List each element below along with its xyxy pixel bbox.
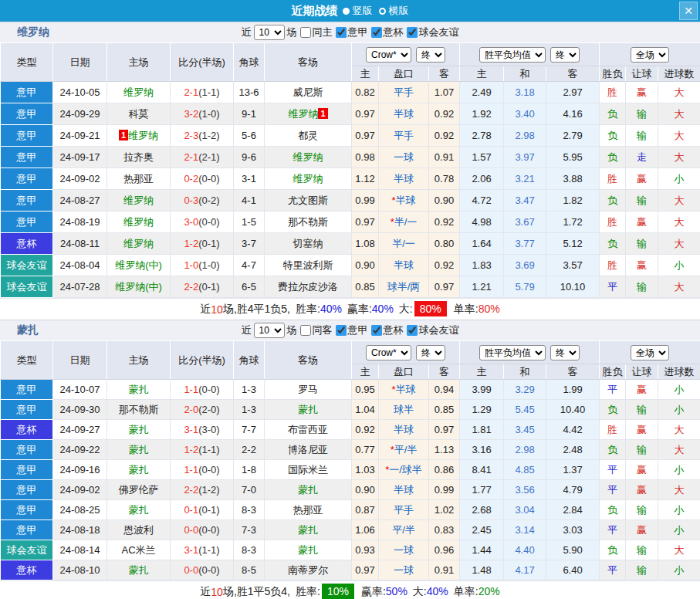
team-label: 那不勒斯 [288, 216, 328, 228]
col-header-1: 日期 [53, 43, 107, 82]
avg-draw: 3.56 [504, 480, 546, 500]
corner-cell: 1-3 [234, 380, 265, 400]
avg-draw: 3.97 [504, 147, 546, 168]
home-team: 维罗纳(中) [107, 276, 171, 298]
date-cell: 24-09-16 [53, 460, 107, 480]
dropdown-wrap: 全场 [600, 345, 700, 360]
scope-select[interactable]: 全场 [631, 345, 669, 360]
filter-bar: 近10场同客意甲意杯球会友谊 [242, 323, 459, 338]
handicap-label: 半/一 [394, 216, 418, 228]
same-venue-option[interactable]: 同客 [299, 323, 333, 337]
team-label: AC米兰 [121, 544, 155, 556]
dropdown-group-0: Crow*终 [352, 341, 460, 364]
result-wdl: 胜 [600, 212, 626, 233]
avg-draw: 3.29 [504, 380, 546, 400]
competition-label: 球会友谊 [419, 323, 459, 337]
avg-select[interactable]: 胜平负均值 [479, 47, 546, 63]
competition-label: 球会友谊 [419, 25, 459, 39]
handicap-cell: *平/半 [379, 440, 429, 460]
result-handicap: 输 [626, 233, 658, 255]
competition-option-2[interactable]: 球会友谊 [406, 25, 459, 39]
type-cell: 意甲 [1, 82, 53, 103]
halftime-score: (2-0) [198, 404, 219, 415]
results-table: 类型日期主场比分(半场)角球客场Crow*终胜平负均值终全场主盘口客主和客胜负让… [0, 340, 700, 580]
date-cell: 24-08-25 [53, 500, 107, 520]
score-cell: 3-1(1-1) [171, 540, 234, 560]
result-handicap: 输 [626, 276, 658, 298]
competition-option-0[interactable]: 意甲 [335, 323, 368, 337]
halftime-score: (0-0) [198, 464, 219, 475]
avg-draw: 2.98 [504, 125, 546, 147]
competition-checkbox-1[interactable] [371, 325, 382, 336]
competition-label: 意杯 [384, 323, 404, 337]
handicap-cell: 一球 [379, 147, 429, 168]
away-team: 维罗纳 [265, 147, 352, 168]
same-venue-checkbox[interactable] [300, 27, 311, 38]
away-odds: 0.83 [429, 520, 460, 540]
result-wdl: 负 [600, 233, 626, 255]
stat-value: 40% [372, 303, 394, 315]
avg-away: 4.79 [546, 480, 600, 500]
radio-horizontal-label[interactable]: 横版 [389, 4, 409, 18]
handicap-label: 一/球半 [389, 464, 422, 475]
competition-checkbox-0[interactable] [336, 325, 347, 336]
period-select-1[interactable]: 终 [416, 47, 445, 63]
corner-cell: 2-2 [234, 440, 265, 460]
date-cell: 24-08-04 [53, 255, 107, 276]
avg-away: 3.88 [546, 168, 600, 190]
period-select-2[interactable]: 终 [550, 345, 580, 360]
score-cell: 2-2(0-1) [171, 276, 234, 298]
result-wdl: 胜 [600, 168, 626, 190]
header-row-1: 类型日期主场比分(半场)角球客场Crow*终胜平负均值终全场 [1, 341, 700, 364]
score-cell: 1-2(0-1) [171, 233, 234, 255]
competition-option-1[interactable]: 意杯 [370, 25, 404, 39]
col-header-5: 客场 [265, 341, 352, 380]
avg-select[interactable]: 胜平负均值 [479, 345, 546, 360]
result-goals: 大 [658, 276, 700, 298]
period-select-1[interactable]: 终 [416, 345, 445, 360]
result-wdl: 平 [600, 276, 626, 298]
team-section-header: 维罗纳近10场同主意甲意杯球会友谊 [0, 22, 700, 42]
col-header-2: 主场 [107, 43, 171, 82]
competition-option-2[interactable]: 球会友谊 [406, 323, 459, 337]
bookmaker-select[interactable]: Crow* [366, 47, 411, 63]
team-label: 维罗纳 [123, 216, 154, 228]
competition-option-0[interactable]: 意甲 [335, 25, 368, 39]
home-odds: 1.04 [352, 400, 379, 420]
competition-checkbox-0[interactable] [336, 27, 347, 38]
team-label: 维罗纳(中) [115, 259, 162, 271]
score-cell: 3-2(1-0) [171, 103, 234, 125]
avg-draw: 5.45 [504, 400, 546, 420]
scope-select[interactable]: 全场 [631, 47, 669, 63]
home-team: 蒙扎 [107, 500, 171, 520]
radio-vertical-label[interactable]: 竖版 [353, 4, 373, 18]
score-cell: 1-1(0-0) [171, 460, 234, 480]
avg-home: 1.77 [460, 480, 504, 500]
result-handicap: 输 [626, 540, 658, 560]
same-venue-option[interactable]: 同主 [299, 25, 333, 39]
handicap-label: 平/半 [392, 524, 415, 536]
radio-horizontal-icon[interactable] [379, 8, 386, 15]
type-cell: 意甲 [1, 125, 53, 147]
match-count-select[interactable]: 10 [254, 323, 285, 338]
match-count-select[interactable]: 10 [254, 25, 285, 40]
competition-option-1[interactable]: 意杯 [370, 323, 404, 337]
result-handicap: 走 [626, 147, 658, 168]
bookmaker-select[interactable]: Crow* [366, 345, 411, 360]
home-team: 维罗纳 [107, 212, 171, 233]
table-row: 球会友谊24-08-04维罗纳(中)1-0(1-0)4-7特里波利斯0.90半球… [1, 255, 700, 276]
same-venue-checkbox[interactable] [300, 325, 311, 336]
close-button[interactable]: ✕ [679, 2, 698, 20]
away-odds: 1.13 [429, 440, 460, 460]
home-team: 维罗纳 [107, 82, 171, 103]
competition-checkbox-2[interactable] [407, 27, 418, 38]
period-select-2[interactable]: 终 [550, 47, 580, 63]
away-team: 罗马 [265, 380, 352, 400]
corner-cell: 7-3 [234, 520, 265, 540]
halftime-score: (0-2) [198, 195, 219, 206]
competition-checkbox-2[interactable] [407, 325, 418, 336]
competition-checkbox-1[interactable] [371, 27, 382, 38]
stat-value: 40% [320, 303, 342, 315]
result-handicap: 输 [626, 103, 658, 125]
radio-vertical-icon[interactable] [343, 8, 350, 15]
